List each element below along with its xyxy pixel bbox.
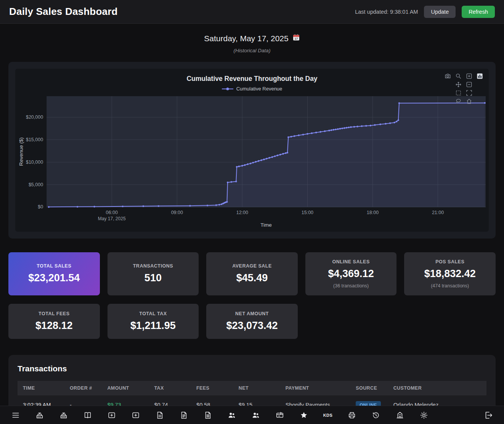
svg-text:$20,000: $20,000: [26, 114, 43, 120]
legend-label: Cumulative Revenue: [236, 86, 282, 92]
svg-text:$10,000: $10,000: [26, 160, 43, 165]
col-amount: AMOUNT: [102, 381, 149, 395]
col-net: NET: [233, 381, 280, 395]
calendar-icon[interactable]: 17: [292, 34, 300, 43]
zoom-out-icon[interactable]: [466, 81, 472, 88]
card-value: $128.12: [13, 320, 95, 332]
pan-icon[interactable]: [455, 81, 462, 88]
svg-text:May 17, 2025: May 17, 2025: [98, 216, 126, 221]
summary-cards: TOTAL SALES $23,201.54 TRANSACTIONS 510 …: [8, 252, 496, 339]
menu-icon[interactable]: [11, 410, 21, 420]
card-label: NET AMOUNT: [211, 311, 293, 316]
date-line: Saturday, May 17, 2025 17: [204, 34, 300, 43]
col-time: TIME: [18, 381, 64, 395]
add-ticket-icon[interactable]: [131, 410, 141, 420]
card-total-tax: TOTAL TAX $1,211.95: [108, 304, 199, 339]
card-transactions: TRANSACTIONS 510: [108, 252, 199, 295]
plot-paper: Cumulative Revenue Throughout the Day Cu…: [15, 69, 489, 232]
card-total-sales: TOTAL SALES $23,201.54: [8, 252, 100, 295]
receipt-list-icon[interactable]: [179, 410, 189, 420]
date-section: Saturday, May 17, 2025 17 (Historical Da…: [0, 34, 504, 53]
card-subtext: (474 transactions): [409, 283, 491, 289]
last-updated-text: Last updated: 9:38:01 AM: [355, 9, 418, 15]
svg-text:Revenue ($): Revenue ($): [18, 137, 24, 166]
svg-text:$5,000: $5,000: [29, 182, 43, 187]
business-icon[interactable]: [395, 410, 405, 420]
camera-icon[interactable]: [445, 73, 451, 79]
bottom-toolbar: KDS: [0, 406, 504, 424]
logout-icon[interactable]: [483, 410, 493, 420]
register-alt-icon[interactable]: [59, 410, 69, 420]
historical-data-note: (Historical Data): [0, 48, 504, 53]
card-label: TOTAL SALES: [13, 263, 95, 269]
card-label: AVERAGE SALE: [211, 263, 293, 269]
refresh-button[interactable]: Refresh: [462, 6, 495, 18]
card-value: $23,201.54: [13, 272, 95, 284]
receipt-icon[interactable]: [155, 410, 165, 420]
table-header-row: TIME ORDER # AMOUNT TAX FEES NET PAYMENT…: [18, 381, 486, 395]
col-customer: CUSTOMER: [388, 381, 486, 395]
add-order-icon[interactable]: [107, 410, 117, 420]
card-label: TRANSACTIONS: [112, 263, 194, 269]
legend-line-swatch: [222, 89, 233, 89]
date-text: Saturday, May 17, 2025: [204, 34, 288, 43]
card-value: $1,211.95: [112, 320, 194, 332]
svg-text:$15,000: $15,000: [26, 137, 43, 142]
card-average-sale: AVERAGE SALE $45.49: [206, 252, 298, 295]
settings-gear-icon[interactable]: [419, 410, 429, 420]
cumulative-revenue-chart[interactable]: 06:0009:0012:0015:0018:0021:00$0$5,000$1…: [17, 94, 487, 229]
card-pos-sales: POS SALES $18,832.42 (474 transactions): [404, 252, 496, 295]
box-select-icon[interactable]: [455, 90, 462, 96]
autoscale-icon[interactable]: [466, 90, 472, 96]
history-icon[interactable]: [371, 410, 381, 420]
main-content: Saturday, May 17, 2025 17 (Historical Da…: [0, 34, 504, 424]
gift-card-icon[interactable]: [275, 410, 285, 420]
reset-axes-home-icon[interactable]: [466, 98, 472, 105]
revenue-chart-card: Cumulative Revenue Throughout the Day Cu…: [8, 62, 496, 239]
card-value: $4,369.12: [310, 268, 392, 280]
card-total-fees: TOTAL FEES $128.12: [8, 304, 100, 339]
register-icon[interactable]: [35, 410, 45, 420]
receipt-detail-icon[interactable]: [203, 410, 213, 420]
svg-text:17: 17: [295, 37, 298, 40]
kds-label: KDS: [323, 413, 333, 418]
chart-title: Cumulative Revenue Throughout the Day: [15, 75, 489, 83]
header-actions: Last updated: 9:38:01 AM Update Refresh: [355, 6, 495, 18]
lasso-select-icon[interactable]: [455, 98, 462, 105]
card-value: $18,832.42: [409, 268, 491, 280]
printer-icon[interactable]: [347, 410, 357, 420]
staff-icon[interactable]: [251, 410, 261, 420]
col-fees: FEES: [191, 381, 233, 395]
card-value: $45.49: [211, 272, 293, 284]
menu-book-icon[interactable]: [83, 410, 93, 420]
col-tax: TAX: [149, 381, 191, 395]
svg-text:15:00: 15:00: [302, 210, 313, 215]
svg-text:Time: Time: [260, 222, 272, 228]
svg-text:06:00: 06:00: [106, 210, 118, 215]
svg-text:$0: $0: [38, 204, 43, 210]
svg-text:21:00: 21:00: [432, 210, 444, 215]
zoom-in-icon[interactable]: [466, 73, 472, 79]
svg-text:09:00: 09:00: [171, 210, 183, 215]
svg-text:12:00: 12:00: [236, 210, 248, 215]
chart-legend[interactable]: Cumulative Revenue: [15, 86, 489, 92]
page-title: Daily Sales Dashboard: [9, 6, 118, 18]
card-net-amount: NET AMOUNT $23,073.42: [206, 304, 298, 339]
zoom-icon[interactable]: [455, 73, 462, 79]
col-payment: PAYMENT: [280, 381, 351, 395]
card-online-sales: ONLINE SALES $4,369.12 (36 transactions): [305, 252, 397, 295]
favorites-star-icon[interactable]: [299, 410, 309, 420]
col-source: SOURCE: [350, 381, 388, 395]
toolbar-items: KDS: [11, 410, 429, 420]
plotly-logo-icon[interactable]: [477, 73, 483, 79]
card-value: 510: [112, 272, 194, 284]
chart-plot-area[interactable]: 06:0009:0012:0015:0018:0021:00$0$5,000$1…: [15, 94, 489, 229]
plotly-modebar: [442, 72, 485, 105]
svg-text:18:00: 18:00: [367, 210, 379, 215]
card-label: ONLINE SALES: [310, 259, 392, 264]
update-button[interactable]: Update: [424, 6, 456, 18]
card-value: $23,073.42: [211, 320, 293, 332]
card-label: TOTAL FEES: [13, 311, 95, 316]
customers-icon[interactable]: [227, 410, 237, 420]
kds-icon[interactable]: KDS: [323, 410, 333, 420]
